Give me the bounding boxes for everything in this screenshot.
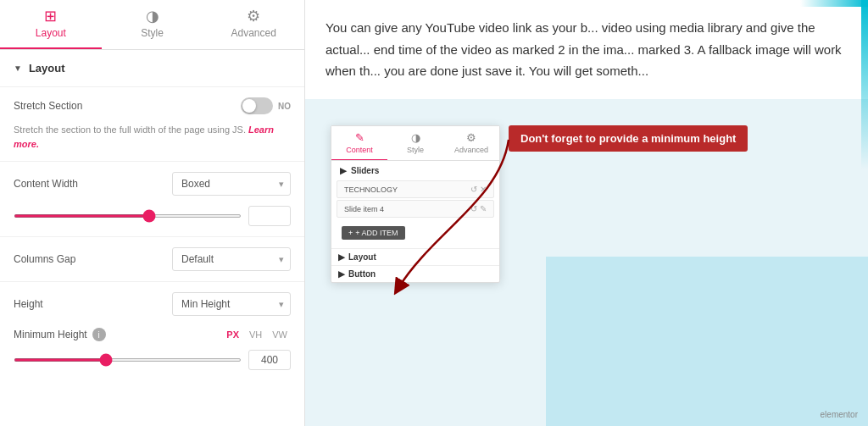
inner-item-technology: TECHNOLOGY ↺ ✕ [337,180,494,198]
tab-advanced[interactable]: ⚙ Advanced [203,0,304,49]
inner-tab-style[interactable]: ◑ Style [387,126,443,160]
layout-icon: ⊞ [44,8,57,24]
inner-layout-arrow: ▶ [338,252,345,262]
unnamed-value-box[interactable] [248,206,291,226]
stretch-helper: Stretch the section to the full width of… [0,121,304,158]
inner-add-item-button[interactable]: + + ADD ITEM [342,226,405,240]
tab-layout-label: Layout [36,27,66,39]
minimum-height-info-icon[interactable]: i [92,328,106,341]
tab-style-label: Style [141,27,164,39]
callout-box: Don't forget to provide a minimum height [509,125,748,152]
right-text-content: You can give any YouTube video link as y… [326,20,842,78]
toggle-knob [242,99,256,113]
minimum-height-value-box[interactable] [248,350,291,370]
minimum-height-row: Minimum Height i PX VH VW [0,323,304,346]
panel-content: ▼ Layout Stretch Section NO Stretch the … [0,50,304,426]
inner-item-slide4-label: Slide item 4 [344,205,384,213]
inner-button-arrow: ▶ [338,269,345,279]
divider-3 [0,236,304,237]
left-panel: ⊞ Layout ◑ Style ⚙ Advanced ▼ Layout Str… [0,0,305,426]
section-title: Layout [29,62,65,75]
inner-item-technology-label: TECHNOLOGY [344,185,398,194]
minimum-height-label: Minimum Height [14,329,87,340]
blue-accent-top [800,0,868,7]
inner-add-label: + ADD ITEM [355,229,398,237]
right-panel: You can give any YouTube video link as y… [305,0,868,426]
height-label: Height [14,298,43,310]
right-text-block: You can give any YouTube video link as y… [305,0,868,99]
inner-tab-advanced-label: Advanced [454,146,488,154]
minimum-height-label-wrap: Minimum Height i [14,328,106,341]
inner-tab-content[interactable]: ✎ Content [331,126,387,160]
content-width-select-wrap: Boxed Full Width ▾ [172,172,291,196]
unnamed-slider[interactable] [14,214,242,218]
section-header: ▼ Layout [0,50,304,83]
minimum-height-slider-row [0,346,304,377]
unit-vw[interactable]: VW [269,328,291,341]
tabs-bar: ⊞ Layout ◑ Style ⚙ Advanced [0,0,304,50]
inner-tab-content-label: Content [346,146,373,154]
inner-sliders-label: Sliders [351,166,379,175]
style-icon: ◑ [146,8,159,24]
height-select[interactable]: Default Min Height Fit to Screen [172,292,291,316]
content-width-select[interactable]: Boxed Full Width [172,172,291,196]
tab-layout[interactable]: ⊞ Layout [0,0,102,49]
toggle-no-label: NO [278,102,291,111]
inner-arrow: ▶ [340,166,347,175]
unit-buttons: PX VH VW [223,328,291,341]
inner-content-icon: ✎ [355,131,364,144]
tab-advanced-label: Advanced [231,27,275,39]
columns-gap-label: Columns Gap [14,253,75,265]
inner-advanced-icon: ⚙ [466,131,476,144]
inner-item-slide4-icons: ↺ ✎ [470,204,487,213]
columns-gap-row: Columns Gap Default No Gap Narrow Extend… [0,241,304,278]
stretch-section-toggle[interactable] [241,97,273,114]
inner-sliders-header: ▶ Sliders [331,161,499,179]
columns-gap-select-wrap: Default No Gap Narrow Extended Wide Wide… [172,247,291,271]
inner-button-section: ▶ Button [331,265,499,282]
divider-1 [0,86,304,87]
unit-vh[interactable]: VH [246,328,265,341]
divider-4 [0,281,304,282]
inner-tab-style-label: Style [407,146,424,154]
stretch-section-label: Stretch Section [14,100,82,112]
stretch-section-row: Stretch Section NO [0,91,304,121]
content-width-label: Content Width [14,178,78,190]
inner-button-label: Button [348,269,376,279]
inner-style-icon: ◑ [411,131,420,144]
inner-layout-section: ▶ Layout [331,248,499,265]
columns-gap-select[interactable]: Default No Gap Narrow Extended Wide Wide… [172,247,291,271]
inner-add-wrap: + + ADD ITEM [331,219,499,248]
tab-style[interactable]: ◑ Style [102,0,203,49]
inner-add-icon: + [348,229,353,237]
bottom-right-watermark: elementor [821,410,858,419]
inner-item-technology-icons: ↺ ✕ [470,185,487,194]
minimum-height-slider[interactable] [14,358,242,362]
unit-px[interactable]: PX [223,328,242,341]
inner-screenshot-panel: ✎ Content ◑ Style ⚙ Advanced ▶ Sliders T… [331,125,500,283]
section-arrow[interactable]: ▼ [14,64,22,73]
inner-tabs-bar: ✎ Content ◑ Style ⚙ Advanced [331,126,499,161]
unnamed-slider-row [0,202,304,233]
divider-2 [0,161,304,162]
inner-item-slide4: Slide item 4 ↺ ✎ [337,200,494,218]
advanced-icon: ⚙ [247,8,260,24]
blue-accent-side [861,0,868,169]
callout-text: Don't forget to provide a minimum height [520,132,736,145]
inner-layout-label: Layout [348,252,376,262]
height-select-wrap: Default Min Height Fit to Screen ▾ [172,292,291,316]
blue-bg-block [546,257,868,426]
stretch-section-toggle-wrap: NO [241,97,291,114]
stretch-helper-text: Stretch the section to the full width of… [14,124,246,135]
content-width-row: Content Width Boxed Full Width ▾ [0,165,304,202]
inner-tab-advanced[interactable]: ⚙ Advanced [443,126,499,160]
height-row: Height Default Min Height Fit to Screen … [0,285,304,323]
